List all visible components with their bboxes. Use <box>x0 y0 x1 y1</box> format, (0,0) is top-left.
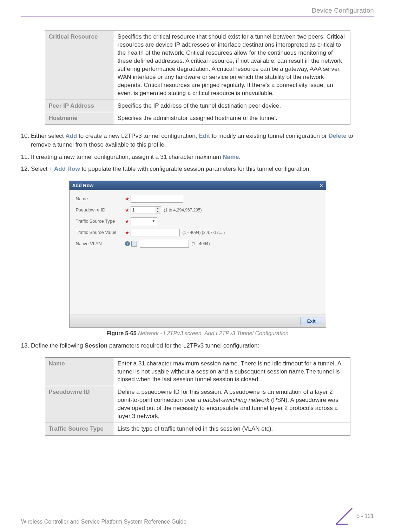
dialog-title-text: Add Row <box>72 183 94 188</box>
page-corner-icon <box>335 507 353 525</box>
dialog-body: Name ★ Pseudowire ID ★ ▲▼ (1 to 4,294,96… <box>70 190 326 315</box>
table-row: Traffic Source Type Lists the type of tr… <box>45 423 350 436</box>
traffic-source-value-input[interactable] <box>131 229 180 236</box>
form-row-name: Name ★ <box>76 195 320 203</box>
step-text: to create a new L2TPv3 tunnel configurat… <box>77 133 199 139</box>
row-desc: Lists the type of traffic tunnelled in t… <box>114 423 350 436</box>
form-row-tstype: Traffic Source Type ★ ▼ <box>76 217 320 225</box>
row-label: Peer IP Address <box>45 100 114 112</box>
definition-table-1: Critical Resource Specifies the critical… <box>45 31 350 125</box>
step-10: Either select Add to create a new L2TPv3… <box>31 132 374 149</box>
field-label: Traffic Source Value <box>76 230 125 235</box>
keyword-name: Name <box>223 154 239 160</box>
field-hint: (1 - 4094) <box>192 241 210 246</box>
row-label: Pseudowire ID <box>45 386 114 423</box>
step-11: If creating a new tunnel configuration, … <box>31 153 374 162</box>
pseudowire-id-spinner[interactable]: ▲▼ <box>131 206 161 214</box>
figure-number: Figure 5-65 <box>106 330 136 336</box>
table-row: Name Enter a 31 character maximum sessio… <box>45 357 350 386</box>
field-label: Traffic Source Type <box>76 218 125 224</box>
dialog-titlebar: Add Row × <box>70 181 326 190</box>
step-text: If creating a new tunnel configuration, … <box>31 154 223 160</box>
field-label: Native VLAN <box>76 241 125 246</box>
step-13: Define the following Session parameters … <box>31 342 374 350</box>
row-desc: Specifies the critical resource that sho… <box>114 31 350 100</box>
step-text: Select <box>31 166 49 172</box>
add-row-dialog: Add Row × Name ★ Pseudowire ID ★ ▲▼ (1 t… <box>69 181 326 328</box>
definition-table-2: Name Enter a 31 character maximum sessio… <box>45 357 350 436</box>
footer-guide-title: Wireless Controller and Service Platform… <box>21 519 186 525</box>
required-star-icon: ★ <box>125 207 131 213</box>
required-star-icon: ★ <box>125 230 131 235</box>
step-12: Select + Add Row to populate the table w… <box>31 165 374 174</box>
exit-button[interactable]: Exit <box>301 317 322 325</box>
keyword-edit: Edit <box>199 133 210 139</box>
form-row-pseudo: Pseudowire ID ★ ▲▼ (1 to 4,294,967,295) <box>76 206 320 214</box>
step-text: to populate the table with configurable … <box>80 166 311 172</box>
footer-page-number-wrap: 5 - 121 <box>335 507 374 525</box>
chevron-up-icon[interactable]: ▲ <box>155 207 161 210</box>
field-hint: (1 - 4094) (2,4,7-12,...) <box>183 230 225 235</box>
form-row-native: Native VLAN i (1 - 4094) <box>76 240 320 248</box>
row-label: Hostname <box>45 112 114 125</box>
keyword-delete: Delete <box>329 133 347 139</box>
keyword-add-row: + Add Row <box>49 166 80 172</box>
spinner-arrows[interactable]: ▲▼ <box>155 206 161 214</box>
svg-line-0 <box>336 508 352 524</box>
chevron-down-icon: ▼ <box>152 219 156 223</box>
required-star-icon: ★ <box>125 196 131 202</box>
traffic-source-type-select[interactable]: ▼ <box>131 217 157 225</box>
chevron-down-icon[interactable]: ▼ <box>155 210 161 214</box>
table-row: Critical Resource Specifies the critical… <box>45 31 350 100</box>
keyword-add: Add <box>65 133 77 139</box>
step-list-2: Define the following Session parameters … <box>21 342 374 350</box>
name-input[interactable] <box>131 195 183 203</box>
step-text: . <box>239 154 241 160</box>
table-row: Pseudowire ID Define a psuedowire ID for… <box>45 386 350 423</box>
table-row: Hostname Specifies the administrator ass… <box>45 112 350 125</box>
step-text: Define the following <box>31 342 85 349</box>
info-icon[interactable]: i <box>125 241 130 246</box>
form-row-tsval: Traffic Source Value ★ (1 - 4094) (2,4,7… <box>76 229 320 236</box>
row-label: Name <box>45 357 114 386</box>
required-star-icon: ★ <box>125 218 131 224</box>
step-text: Either select <box>31 133 65 139</box>
native-vlan-input[interactable] <box>140 240 189 248</box>
step-list: Either select Add to create a new L2TPv3… <box>21 132 374 174</box>
figure-caption: Figure 5-65 Network - L2TPv3 screen, Add… <box>21 330 374 337</box>
row-label: Critical Resource <box>45 31 114 100</box>
close-icon[interactable]: × <box>320 183 323 188</box>
pseudowire-id-input[interactable] <box>131 206 155 214</box>
figure-wrap: Add Row × Name ★ Pseudowire ID ★ ▲▼ (1 t… <box>21 181 374 328</box>
field-hint: (1 to 4,294,967,295) <box>164 208 202 213</box>
header-rule <box>21 16 374 16</box>
row-desc: Specifies the administrator assigned hos… <box>114 112 350 125</box>
row-desc: Enter a 31 character maximum session nam… <box>114 357 350 386</box>
keyword-session: Session <box>85 342 107 349</box>
native-vlan-checkbox[interactable] <box>131 241 137 247</box>
field-label: Pseudowire ID <box>76 207 125 213</box>
step-text: to modify an existing tunnel configurati… <box>210 133 328 139</box>
page-footer: Wireless Controller and Service Platform… <box>21 507 374 525</box>
step-text: parameters required for the L2TPv3 tunne… <box>107 342 259 349</box>
figure-title: Network - L2TPv3 screen, Add L2TPv3 Tunn… <box>138 330 289 336</box>
header-section: Device Configuration <box>21 7 374 14</box>
field-label: Name <box>76 196 125 201</box>
row-desc: Specifies the IP address of the tunnel d… <box>114 100 350 112</box>
table-row: Peer IP Address Specifies the IP address… <box>45 100 350 112</box>
row-desc: Define a psuedowire ID for this session.… <box>114 386 350 423</box>
footer-page-number: 5 - 121 <box>356 513 374 519</box>
row-label: Traffic Source Type <box>45 423 114 436</box>
dialog-footer: Exit <box>70 315 326 327</box>
